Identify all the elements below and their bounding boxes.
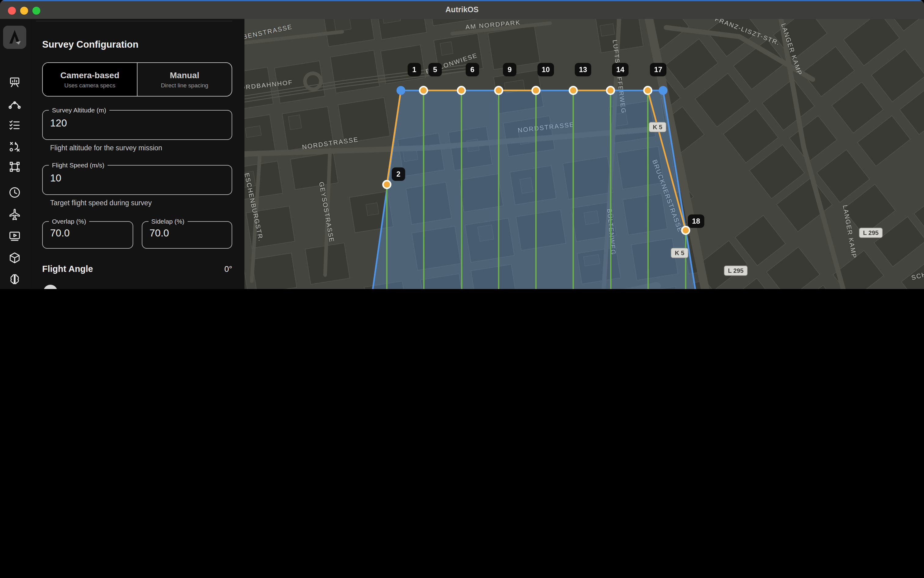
waypoint-marker[interactable] xyxy=(419,86,427,94)
dashboard-icon xyxy=(8,76,21,89)
waypoint-number: 17 xyxy=(654,65,663,74)
waypoint-marker[interactable] xyxy=(682,226,689,234)
waypoint-number: 5 xyxy=(433,65,437,74)
flight-angle-label: Flight Angle xyxy=(42,264,93,274)
waypoint-marker[interactable] xyxy=(495,86,502,94)
strategy-icon xyxy=(8,140,21,153)
waypoint-marker[interactable] xyxy=(383,180,390,188)
sidebar-item-clock[interactable] xyxy=(8,186,21,199)
waypoint-number: 2 xyxy=(396,170,400,178)
sidebar-item-airplane[interactable] xyxy=(8,208,21,221)
survey-config-panel: Survey Configuration Camera-based Uses c… xyxy=(30,19,244,289)
overlap-field[interactable]: Overlap (%) xyxy=(42,221,133,249)
waypoint-number: 6 xyxy=(470,65,474,74)
media-player-icon xyxy=(8,229,21,243)
waypoint-marker[interactable] xyxy=(458,86,465,94)
sidebar-item-cube-3d[interactable] xyxy=(8,251,21,265)
sidelap-field[interactable]: Sidelap (%) xyxy=(141,221,232,249)
sidebar-item-brain[interactable] xyxy=(8,273,21,286)
icon-rail xyxy=(0,19,30,289)
route-icon xyxy=(8,97,21,110)
flight-line xyxy=(424,91,424,289)
svg-text:L 295: L 295 xyxy=(863,229,879,236)
waypoint-marker[interactable] xyxy=(532,86,540,94)
flight-angle-slider[interactable] xyxy=(42,285,232,289)
waypoint-number: 18 xyxy=(692,217,700,225)
waypoint-marker[interactable] xyxy=(644,86,651,94)
mode-tabs: Camera-based Uses camera specs Manual Di… xyxy=(42,62,232,97)
waypoint-marker[interactable] xyxy=(569,86,577,94)
sidebar-item-media-player[interactable] xyxy=(8,229,21,243)
slider-thumb[interactable] xyxy=(43,285,57,289)
panel-title: Survey Configuration xyxy=(42,39,232,50)
sidebar-item-checklist[interactable] xyxy=(8,119,21,132)
bounding-box-icon xyxy=(8,160,21,174)
waypoint-number: 1 xyxy=(412,65,416,74)
polygon-vertex[interactable] xyxy=(396,86,406,95)
altitude-helper: Flight altitude for the survey mission xyxy=(50,144,232,151)
app-window: AutrikOS Survey Configuration Camera-bas… xyxy=(0,0,924,289)
window-title: AutrikOS xyxy=(0,5,924,14)
titlebar[interactable]: AutrikOS xyxy=(0,0,924,19)
altitude-field[interactable]: Survey Altitude (m) xyxy=(42,110,232,140)
sidebar-item-bounding-box[interactable] xyxy=(8,160,21,174)
brain-icon xyxy=(8,273,21,286)
cube-3d-icon xyxy=(8,251,21,265)
sidebar-item-dashboard[interactable] xyxy=(8,76,21,89)
polygon-vertex[interactable] xyxy=(659,86,667,95)
app-logo[interactable] xyxy=(3,26,26,49)
waypoint-number: 13 xyxy=(579,65,587,74)
waypoint-number: 10 xyxy=(542,65,550,74)
speed-field[interactable]: Flight Speed (m/s) xyxy=(42,165,232,195)
waypoint-number: 9 xyxy=(508,65,512,74)
airplane-icon xyxy=(8,208,21,221)
map-canvas[interactable]: TAUBENSTRASSEAM NORDPARKFRANZ-LISZT-STR.… xyxy=(244,19,924,289)
tab-manual[interactable]: Manual Direct line spacing xyxy=(137,63,232,96)
checklist-icon xyxy=(8,119,21,132)
sidebar-item-strategy[interactable] xyxy=(8,140,21,153)
svg-text:L 295: L 295 xyxy=(728,267,744,274)
svg-text:K 5: K 5 xyxy=(653,124,662,130)
clock-icon xyxy=(8,186,21,199)
waypoint-marker[interactable] xyxy=(607,86,614,94)
svg-text:K 5: K 5 xyxy=(675,250,684,256)
sidebar-item-route[interactable] xyxy=(8,97,21,110)
flight-line xyxy=(611,91,611,289)
flight-line xyxy=(461,91,462,289)
flight-angle-value: 0° xyxy=(224,264,232,273)
waypoint-number: 14 xyxy=(616,65,625,74)
speed-helper: Target flight speed during survey xyxy=(50,199,232,206)
tab-camera-based[interactable]: Camera-based Uses camera specs xyxy=(43,63,137,96)
flight-line xyxy=(648,91,648,289)
